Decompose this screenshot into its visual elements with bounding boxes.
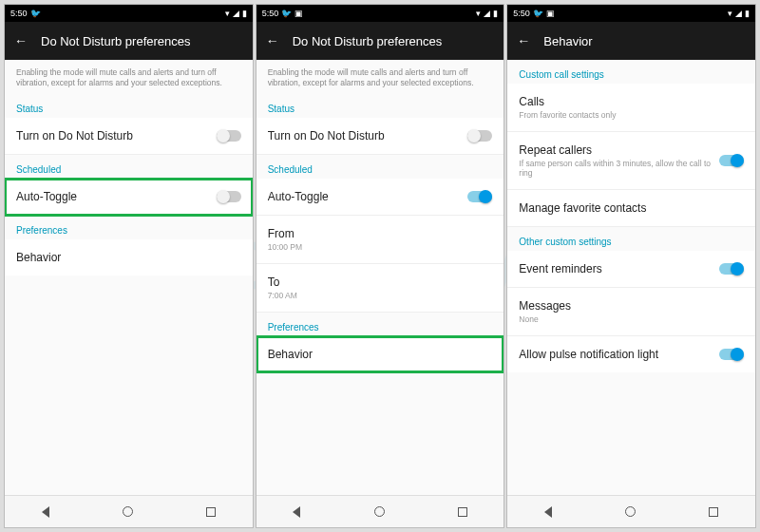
twitter-icon: 🐦 [281,9,292,18]
value: From favorite contacts only [519,110,744,120]
label: Auto-Toggle [268,190,468,203]
nav-home-icon[interactable] [374,506,385,517]
section-preferences: Preferences [256,313,504,336]
page-title: Behavior [543,34,592,48]
label: Calls [519,95,744,108]
twitter-icon: 🐦 [533,9,543,18]
row-messages[interactable]: Messages None [507,288,755,336]
clock: 5:50 [513,9,530,18]
row-repeat-callers[interactable]: Repeat callers If same person calls with… [507,132,755,190]
section-status: Status [5,94,253,118]
nav-home-icon[interactable] [123,506,133,517]
value: If same person calls within 3 minutes, a… [519,159,719,178]
label: Turn on Do Not Disturb [16,129,217,142]
navbar [5,495,253,527]
description: Enabling the mode will mute calls and al… [256,60,504,94]
appbar: ← Do Not Disturb preferences [5,22,253,60]
label: From [268,227,493,240]
row-auto-toggle[interactable]: Auto-Toggle [5,179,253,216]
clock: 5:50 [10,9,28,18]
nav-recent-icon[interactable] [709,507,718,517]
row-pulse-light[interactable]: Allow pulse notification light [507,336,755,372]
nav-back-icon[interactable] [544,506,552,518]
row-event-reminders[interactable]: Event reminders [507,251,755,288]
value: 10:00 PM [268,242,493,252]
image-icon: ▣ [294,9,303,18]
wifi-icon: ▾ [728,9,732,18]
label: Repeat callers [519,143,719,157]
battery-icon: ▮ [745,9,750,18]
phone-3: 5:50 🐦 ▣ ▾ ◢ ▮ ← Behavior Custom call se… [506,4,756,528]
back-icon[interactable]: ← [517,33,530,48]
label: Turn on Do Not Disturb [268,129,468,142]
appbar: ← Behavior [507,22,755,60]
label: Auto-Toggle [16,190,217,203]
row-behavior[interactable]: Behavior [5,239,253,276]
row-to[interactable]: To 7:00 AM [256,264,504,313]
toggle-auto[interactable] [217,191,241,202]
label: Behavior [268,348,493,361]
row-turn-on-dnd[interactable]: Turn on Do Not Disturb [5,118,253,155]
label: To [268,276,493,289]
nav-recent-icon[interactable] [206,507,216,517]
page-title: Do Not Disturb preferences [293,34,443,48]
section-preferences: Preferences [5,216,253,239]
wifi-icon: ▾ [225,9,230,18]
label: Event reminders [519,262,719,276]
signal-icon: ◢ [233,9,239,18]
image-icon: ▣ [546,9,555,18]
appbar: ← Do Not Disturb preferences [256,22,504,60]
section-custom-call: Custom call settings [507,60,755,84]
label: Manage favorite contacts [519,201,744,215]
statusbar: 5:50 🐦 ▣ ▾ ◢ ▮ [507,5,755,22]
label: Allow pulse notification light [519,348,719,361]
signal-icon: ◢ [484,9,490,18]
row-turn-on-dnd[interactable]: Turn on Do Not Disturb [256,118,504,155]
section-scheduled: Scheduled [5,155,253,179]
statusbar: 5:50 🐦 ▾ ◢ ▮ [5,5,253,22]
nav-home-icon[interactable] [625,506,636,517]
triptych: 5:50 🐦 ▾ ◢ ▮ ← Do Not Disturb preference… [0,0,760,532]
nav-back-icon[interactable] [293,506,300,518]
back-icon[interactable]: ← [14,33,28,48]
wifi-icon: ▾ [476,9,481,18]
value: 7:00 AM [268,291,493,300]
battery-icon: ▮ [242,9,247,18]
nav-back-icon[interactable] [42,506,49,518]
phone-2: 5:50 🐦 ▣ ▾ ◢ ▮ ← Do Not Disturb preferen… [256,4,505,528]
toggle-repeat[interactable] [719,155,744,166]
toggle-auto[interactable] [467,191,492,202]
row-manage-contacts[interactable]: Manage favorite contacts [507,190,755,227]
phone-1: 5:50 🐦 ▾ ◢ ▮ ← Do Not Disturb preference… [4,4,254,528]
toggle-dnd[interactable] [467,130,492,142]
row-calls[interactable]: Calls From favorite contacts only [507,84,755,132]
label: Behavior [16,251,241,264]
navbar [256,495,504,527]
navbar [507,495,755,527]
value: None [519,314,744,324]
twitter-icon: 🐦 [30,9,41,18]
section-scheduled: Scheduled [256,155,504,179]
signal-icon: ◢ [735,9,742,18]
page-title: Do Not Disturb preferences [41,34,191,48]
section-other: Other custom settings [507,227,755,251]
clock: 5:50 [262,9,279,18]
section-status: Status [256,94,504,118]
row-from[interactable]: From 10:00 PM [256,216,504,264]
back-icon[interactable]: ← [266,33,279,48]
label: Messages [519,299,744,313]
statusbar: 5:50 🐦 ▣ ▾ ◢ ▮ [256,5,504,22]
battery-icon: ▮ [493,9,498,18]
toggle-event[interactable] [719,263,744,275]
toggle-dnd[interactable] [217,130,241,142]
toggle-pulse[interactable] [719,349,744,360]
row-auto-toggle[interactable]: Auto-Toggle [256,179,504,216]
description: Enabling the mode will mute calls and al… [5,60,253,94]
row-behavior[interactable]: Behavior [256,336,504,372]
nav-recent-icon[interactable] [458,507,467,517]
